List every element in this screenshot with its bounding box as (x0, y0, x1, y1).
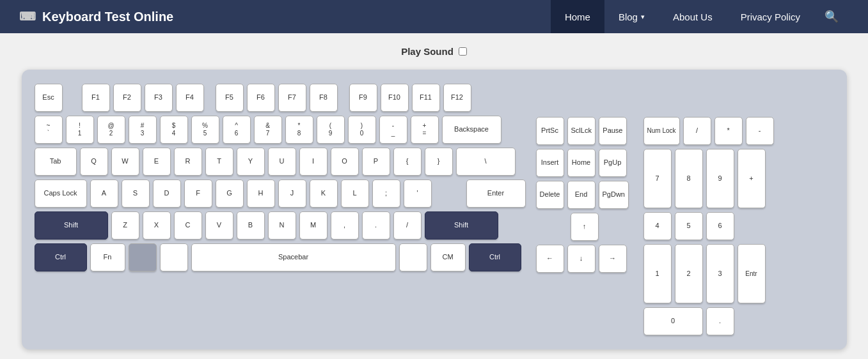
key-capslock[interactable]: Caps Lock (35, 180, 87, 208)
key-num-enter[interactable]: Entr (738, 244, 766, 303)
key-num-2[interactable]: 2 (675, 244, 703, 303)
key-w[interactable]: W (111, 148, 139, 176)
key-num-multiply[interactable]: * (714, 117, 743, 145)
key-1[interactable]: !1 (66, 116, 94, 144)
key-alt-right[interactable] (399, 243, 427, 271)
key-f7[interactable]: F7 (278, 84, 306, 112)
key-y[interactable]: Y (237, 148, 265, 176)
key-g[interactable]: G (216, 180, 244, 208)
key-scllck[interactable]: SclLck (567, 117, 596, 145)
key-z[interactable]: Z (111, 211, 139, 240)
key-rbracket[interactable]: } (425, 148, 453, 176)
key-arrow-up[interactable]: ↑ (571, 213, 599, 241)
key-shift-left[interactable]: Shift (35, 211, 108, 240)
key-r[interactable]: R (174, 148, 202, 176)
key-i[interactable]: I (299, 148, 327, 176)
key-semicolon[interactable]: ; (372, 180, 400, 208)
key-4[interactable]: $4 (160, 116, 188, 144)
key-period[interactable]: . (362, 211, 390, 240)
key-6[interactable]: ^6 (223, 116, 251, 144)
key-q[interactable]: Q (80, 148, 108, 176)
key-5[interactable]: %5 (191, 116, 219, 144)
key-num-3[interactable]: 3 (706, 244, 734, 303)
key-p[interactable]: P (362, 148, 390, 176)
key-num-dot[interactable]: . (706, 307, 734, 335)
key-ctrl-right[interactable]: Ctrl (469, 243, 521, 271)
key-f3[interactable]: F3 (145, 84, 173, 112)
key-backspace[interactable]: Backspace (442, 116, 501, 144)
key-cm[interactable]: CM (430, 243, 466, 271)
key-2[interactable]: @2 (97, 116, 125, 144)
key-num-5[interactable]: 5 (675, 212, 703, 240)
key-pgdwn[interactable]: PgDwn (599, 181, 629, 209)
key-o[interactable]: O (331, 148, 359, 176)
key-9[interactable]: (9 (317, 116, 345, 144)
key-backslash[interactable]: \ (456, 148, 516, 176)
key-insert[interactable]: Insert (536, 149, 564, 177)
key-enter[interactable]: Enter (466, 180, 526, 208)
key-prtsc[interactable]: PrtSc (536, 117, 564, 145)
key-esc[interactable]: Esc (35, 84, 63, 112)
key-d[interactable]: D (153, 180, 181, 208)
key-home[interactable]: Home (567, 149, 596, 177)
key-e[interactable]: E (143, 148, 171, 176)
key-fn[interactable]: Fn (90, 243, 125, 271)
key-num-7[interactable]: 7 (643, 149, 672, 208)
key-f12[interactable]: F12 (443, 84, 471, 112)
key-f5[interactable]: F5 (216, 84, 244, 112)
key-num-plus[interactable]: + (738, 149, 766, 208)
key-m[interactable]: M (299, 211, 327, 240)
key-pause[interactable]: Pause (599, 117, 627, 145)
key-a[interactable]: A (90, 180, 118, 208)
key-arrow-left[interactable]: ← (536, 245, 564, 273)
key-num-9[interactable]: 9 (706, 149, 734, 208)
key-num-minus[interactable]: - (746, 117, 774, 145)
key-8[interactable]: *8 (285, 116, 313, 144)
key-win[interactable] (129, 243, 157, 271)
key-s[interactable]: S (122, 180, 150, 208)
key-f1[interactable]: F1 (82, 84, 110, 112)
key-quote[interactable]: ' (404, 180, 432, 208)
key-num-8[interactable]: 8 (675, 149, 703, 208)
key-num-slash[interactable]: / (683, 117, 711, 145)
key-n[interactable]: N (268, 211, 296, 240)
key-c[interactable]: C (174, 211, 202, 240)
key-num-0[interactable]: 0 (643, 307, 703, 335)
key-alt-left[interactable] (160, 243, 188, 271)
key-f8[interactable]: F8 (310, 84, 338, 112)
key-spacebar[interactable]: Spacebar (191, 243, 396, 271)
key-comma[interactable]: , (331, 211, 359, 240)
key-arrow-down[interactable]: ↓ (567, 245, 596, 273)
key-b[interactable]: B (237, 211, 265, 240)
key-num-4[interactable]: 4 (643, 212, 672, 240)
key-3[interactable]: #3 (129, 116, 157, 144)
key-u[interactable]: U (268, 148, 296, 176)
key-lbracket[interactable]: { (393, 148, 422, 176)
key-0[interactable]: )0 (348, 116, 376, 144)
key-num-6[interactable]: 6 (706, 212, 734, 240)
key-f4[interactable]: F4 (176, 84, 204, 112)
nav-item-home[interactable]: Home (551, 0, 604, 33)
key-arrow-right[interactable]: → (599, 245, 627, 273)
key-delete[interactable]: Delete (536, 181, 564, 209)
key-pgup[interactable]: PgUp (599, 149, 627, 177)
key-numlock[interactable]: Num Lock (643, 117, 680, 145)
key-t[interactable]: T (205, 148, 233, 176)
key-backtick[interactable]: ~` (35, 116, 63, 144)
nav-item-privacy[interactable]: Privacy Policy (727, 0, 814, 33)
key-j[interactable]: J (278, 180, 306, 208)
nav-item-blog[interactable]: Blog ▾ (604, 0, 659, 33)
key-f[interactable]: F (184, 180, 212, 208)
key-slash[interactable]: / (393, 211, 422, 240)
key-num-1[interactable]: 1 (643, 244, 672, 303)
key-f2[interactable]: F2 (113, 84, 141, 112)
key-k[interactable]: K (310, 180, 338, 208)
key-equals[interactable]: += (411, 116, 439, 144)
key-v[interactable]: V (205, 211, 233, 240)
key-l[interactable]: L (341, 180, 369, 208)
key-7[interactable]: &7 (254, 116, 282, 144)
key-end[interactable]: End (567, 181, 596, 209)
search-icon[interactable]: 🔍 (814, 0, 849, 33)
key-ctrl-left[interactable]: Ctrl (35, 243, 87, 271)
key-f9[interactable]: F9 (349, 84, 377, 112)
